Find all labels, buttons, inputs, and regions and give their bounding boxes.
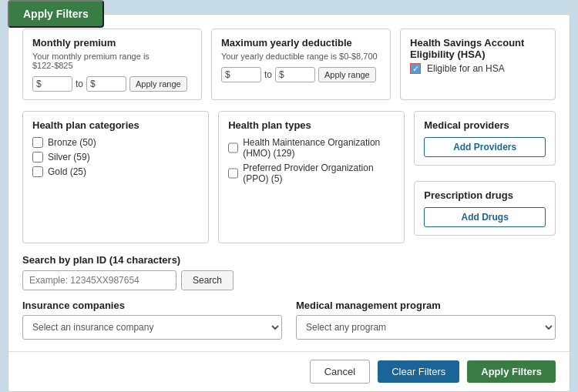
list-item: Gold (25) <box>32 166 199 177</box>
max-deductible-from-input[interactable] <box>232 69 255 80</box>
to-dollar-sign: $ <box>90 79 96 89</box>
modal-body: Monthly premium Your monthly premium ran… <box>8 15 570 351</box>
apply-filters-top-button[interactable]: Apply Filters <box>8 0 104 28</box>
list-item: Preferred Provider Organization (PPO) (5… <box>228 162 395 184</box>
hsa-title: Health Savings Account Eligibility (HSA) <box>410 37 546 60</box>
silver-label: Silver (59) <box>48 152 90 162</box>
max-deductible-apply-range-button[interactable]: Apply range <box>318 67 376 82</box>
hsa-box: Health Savings Account Eligibility (HSA)… <box>400 28 556 100</box>
search-input-row: Search <box>22 270 556 290</box>
max-deductible-to: $ <box>275 67 315 82</box>
max-deductible-box: Maximum yearly deductible Your yearly de… <box>211 28 391 100</box>
monthly-premium-apply-range-button[interactable]: Apply range <box>129 76 187 92</box>
dropdowns-row: Insurance companies Select an insurance … <box>22 300 556 340</box>
list-item: Silver (59) <box>32 152 199 162</box>
monthly-premium-title: Monthly premium <box>32 37 192 49</box>
modal-footer: Cancel Clear Filters Apply Filters <box>8 351 570 391</box>
monthly-premium-to-label: to <box>76 79 83 89</box>
monthly-premium-to: $ <box>86 76 126 92</box>
monthly-premium-from: $ <box>32 76 72 92</box>
medical-management-group: Medical management program Select any pr… <box>296 300 556 340</box>
monthly-premium-to-input[interactable] <box>97 79 120 89</box>
search-by-plan-id-title: Search by plan ID (14 characters) <box>22 254 556 266</box>
medical-providers-title: Medical providers <box>424 119 546 131</box>
max-deductible-range-inputs: $ to $ Apply range <box>221 67 381 82</box>
plan-types-title: Health plan types <box>228 119 395 131</box>
insurance-company-group: Insurance companies Select an insurance … <box>22 300 282 340</box>
list-item: Bronze (50) <box>32 137 199 148</box>
from-dollar-sign: $ <box>36 79 42 89</box>
hsa-checkbox-visual[interactable] <box>410 63 421 74</box>
search-by-plan-id-row: Search by plan ID (14 characters) Search <box>22 254 556 290</box>
row-top: Monthly premium Your monthly premium ran… <box>22 28 556 100</box>
deductible-to-dollar: $ <box>279 69 284 80</box>
monthly-premium-from-input[interactable] <box>43 79 66 89</box>
medical-management-select[interactable]: Select any program <box>296 315 556 340</box>
ppo-checkbox[interactable] <box>228 168 238 179</box>
deductible-from-dollar: $ <box>225 69 230 80</box>
plan-id-input[interactable] <box>22 270 176 290</box>
hmo-label: Health Maintenance Organization (HMO) (1… <box>243 137 395 159</box>
clear-filters-button[interactable]: Clear Filters <box>378 360 459 383</box>
max-deductible-title: Maximum yearly deductible <box>221 37 381 49</box>
bronze-label: Bronze (50) <box>48 137 96 148</box>
medical-providers-box: Medical providers Add Providers <box>414 111 556 166</box>
max-deductible-subtitle: Your yearly deductible range is $0-$8,70… <box>221 52 381 61</box>
plan-categories-title: Health plan categories <box>32 119 199 131</box>
medical-management-label: Medical management program <box>296 300 556 311</box>
max-deductible-to-label: to <box>264 69 272 80</box>
plan-types-box: Health plan types Health Maintenance Org… <box>218 111 405 243</box>
prescription-drugs-title: Prescription drugs <box>424 189 546 201</box>
gold-checkbox[interactable] <box>32 166 43 177</box>
plan-categories-box: Health plan categories Bronze (50) Silve… <box>22 111 209 243</box>
monthly-premium-box: Monthly premium Your monthly premium ran… <box>22 28 202 100</box>
add-providers-button[interactable]: Add Providers <box>424 137 546 157</box>
gold-label: Gold (25) <box>48 166 86 177</box>
list-item: Health Maintenance Organization (HMO) (1… <box>228 137 395 159</box>
max-deductible-to-input[interactable] <box>286 69 309 80</box>
add-drugs-button[interactable]: Add Drugs <box>424 207 546 227</box>
prescription-drugs-box: Prescription drugs Add Drugs <box>414 181 556 236</box>
max-deductible-from: $ <box>221 67 261 82</box>
silver-checkbox[interactable] <box>32 152 43 162</box>
insurance-company-label: Insurance companies <box>22 300 282 311</box>
row-middle: Health plan categories Bronze (50) Silve… <box>22 111 556 243</box>
monthly-premium-subtitle: Your monthly premium range is $122-$825 <box>32 52 192 70</box>
apply-filters-button[interactable]: Apply Filters <box>467 360 556 383</box>
monthly-premium-range-inputs: $ to $ Apply range <box>32 76 192 92</box>
filter-modal: Monthly premium Your monthly premium ran… <box>8 14 570 392</box>
right-col: Medical providers Add Providers Prescrip… <box>414 111 556 243</box>
plan-id-search-button[interactable]: Search <box>181 270 234 290</box>
insurance-company-select[interactable]: Select an insurance company <box>22 315 282 340</box>
cancel-button[interactable]: Cancel <box>310 360 370 384</box>
hmo-checkbox[interactable] <box>228 142 238 153</box>
ppo-label: Preferred Provider Organization (PPO) (5… <box>243 162 395 184</box>
hsa-check-label: Eligible for an HSA <box>427 63 505 74</box>
hsa-check-row: Eligible for an HSA <box>410 63 546 74</box>
bronze-checkbox[interactable] <box>32 137 43 148</box>
